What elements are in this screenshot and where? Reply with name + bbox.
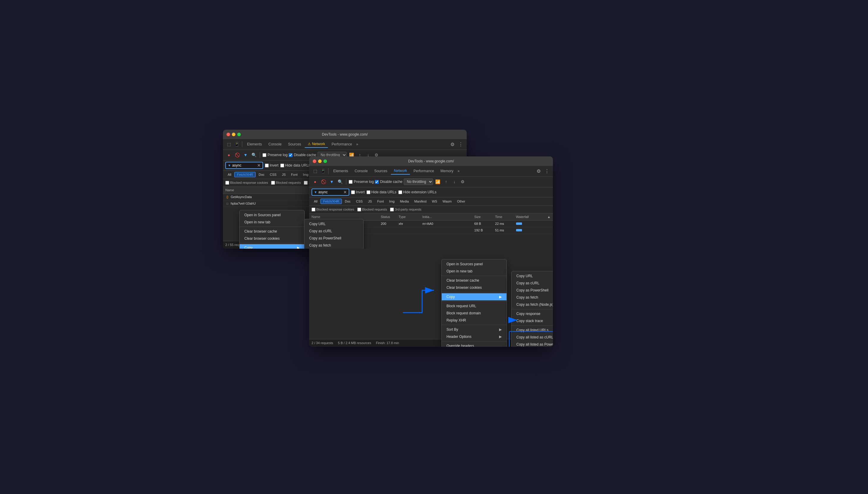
submenu-copy-fetch-1[interactable]: Copy as fetch	[304, 242, 363, 249]
menu-sort-by-2[interactable]: Sort By ▶	[442, 326, 507, 333]
type-all-1[interactable]: All	[225, 172, 234, 177]
submenu-copy-powershell-2[interactable]: Copy as PowerShell	[512, 287, 553, 294]
search-clear-2[interactable]: ✕	[343, 190, 347, 194]
type-font-2[interactable]: Font	[375, 199, 386, 204]
type-fetchxhr-2[interactable]: Fetch/XHR	[320, 199, 342, 204]
preserve-log-2[interactable]: Preserve log	[349, 179, 374, 184]
menu-block-url-2[interactable]: Block request URL	[442, 302, 507, 310]
download-icon-2[interactable]: ↓	[451, 178, 458, 185]
invert-checkbox-2[interactable]: Invert	[351, 190, 365, 194]
type-manifest-2[interactable]: Manifest	[412, 199, 429, 204]
type-fetchxhr-1[interactable]: Fetch/XHR	[234, 172, 256, 177]
tab-network-2[interactable]: Network	[391, 168, 410, 175]
menu-clear-cookies-1[interactable]: Clear browser cookies	[240, 235, 304, 242]
tab-performance-2[interactable]: Performance	[411, 168, 437, 174]
type-font-1[interactable]: Font	[289, 172, 300, 177]
menu-copy-1[interactable]: Copy ▶	[240, 244, 304, 249]
clear-btn-2[interactable]: 🚫	[320, 178, 327, 185]
device-icon-1[interactable]: 📱	[233, 141, 240, 148]
type-all-2[interactable]: All	[312, 199, 320, 204]
type-css-1[interactable]: CSS	[268, 172, 279, 177]
filter-btn-1[interactable]: ▼	[242, 151, 249, 158]
upload-icon-2[interactable]: ↑	[442, 178, 450, 185]
menu-open-tab-1[interactable]: Open in new tab	[240, 218, 304, 226]
record-btn-2[interactable]: ●	[312, 178, 319, 185]
inspect-icon-1[interactable]: ⬚	[225, 141, 233, 148]
more-icon-1[interactable]: ⋮	[457, 141, 464, 148]
menu-block-domain-2[interactable]: Block request domain	[442, 310, 507, 317]
menu-clear-cache-2[interactable]: Clear browser cache	[442, 277, 507, 284]
invert-checkbox-1[interactable]: Invert	[265, 163, 278, 168]
type-media-2[interactable]: Media	[397, 199, 411, 204]
tab-elements-1[interactable]: Elements	[244, 141, 265, 148]
tab-elements-2[interactable]: Elements	[330, 168, 351, 174]
type-ws-2[interactable]: WS	[430, 199, 440, 204]
maximize-button-2[interactable]	[323, 159, 327, 163]
submenu-copy-all-listed-curl-2[interactable]: Copy all listed as cURL	[512, 334, 553, 341]
submenu-copy-curl-1[interactable]: Copy as cURL	[304, 228, 363, 235]
submenu-copy-fetch-node-2[interactable]: Copy as fetch (Node.js)	[512, 301, 553, 308]
submenu-copy-all-listed-ps-2[interactable]: Copy all listed as PowerShell	[512, 341, 553, 347]
disable-cache-2[interactable]: Disable cache	[375, 179, 402, 184]
search-input-2[interactable]	[318, 190, 342, 194]
wifi-icon-2[interactable]: 📶	[434, 178, 441, 185]
submenu-copy-powershell-1[interactable]: Copy as PowerShell	[304, 235, 363, 242]
search-btn-1[interactable]: 🔍	[250, 151, 257, 158]
type-img-2[interactable]: Img	[387, 199, 397, 204]
menu-clear-cookies-2[interactable]: Clear browser cookies	[442, 284, 507, 291]
minimize-button-2[interactable]	[318, 159, 322, 163]
search-input-1[interactable]	[232, 163, 256, 168]
menu-open-sources-1[interactable]: Open in Sources panel	[240, 211, 304, 218]
maximize-button-1[interactable]	[237, 133, 241, 136]
submenu-copy-response-2[interactable]: Copy response	[512, 310, 553, 317]
hide-data-checkbox-1[interactable]: Hide data URLs	[280, 163, 310, 168]
submenu-copy-url-2[interactable]: Copy URL	[512, 272, 553, 280]
inspect-icon-2[interactable]: ⬚	[312, 168, 319, 175]
search-clear-1[interactable]: ✕	[257, 163, 261, 168]
tab-sources-1[interactable]: Sources	[285, 141, 304, 148]
submenu-copy-url-1[interactable]: Copy URL	[304, 221, 363, 228]
menu-replay-xhr-2[interactable]: Replay XHR	[442, 317, 507, 324]
close-button-1[interactable]	[226, 133, 230, 136]
more-icon-2[interactable]: ⋮	[544, 168, 551, 175]
search-btn-2[interactable]: 🔍	[336, 178, 343, 185]
hide-data-checkbox-2[interactable]: Hide data URLs	[367, 190, 397, 194]
tab-console-2[interactable]: Console	[352, 168, 371, 174]
submenu-copy-stack-2[interactable]: Copy stack trace	[512, 317, 553, 324]
tab-memory-2[interactable]: Memory	[438, 168, 456, 174]
close-button-2[interactable]	[313, 159, 316, 163]
minimize-button-1[interactable]	[232, 133, 235, 136]
menu-clear-cache-1[interactable]: Clear browser cache	[240, 228, 304, 235]
menu-override-headers-2[interactable]: Override headers	[442, 342, 507, 347]
record-btn-1[interactable]: ●	[225, 151, 233, 158]
filter-btn-2[interactable]: ▼	[328, 178, 335, 185]
tab-performance-1[interactable]: Performance	[329, 141, 355, 148]
hide-ext-checkbox-2[interactable]: Hide extension URLs	[398, 190, 437, 194]
type-other-2[interactable]: Other	[454, 199, 468, 204]
menu-open-sources-2[interactable]: Open in Sources panel	[442, 261, 507, 268]
network-settings-icon-2[interactable]: ⚙	[459, 178, 467, 185]
device-icon-2[interactable]: 📱	[319, 168, 327, 175]
clear-btn-1[interactable]: 🚫	[234, 151, 241, 158]
submenu-copy-curl-2[interactable]: Copy as cURL	[512, 280, 553, 287]
submenu-copy-all-listed-urls-2[interactable]: Copy all listed URLs	[512, 326, 553, 334]
settings-icon-1[interactable]: ⚙	[449, 141, 456, 148]
type-doc-2[interactable]: Doc	[342, 199, 353, 204]
type-css-2[interactable]: CSS	[354, 199, 365, 204]
tab-more-1[interactable]: »	[356, 142, 358, 146]
menu-open-tab-2[interactable]: Open in new tab	[442, 268, 507, 275]
type-wasm-2[interactable]: Wasm	[440, 199, 454, 204]
type-doc-1[interactable]: Doc	[256, 172, 267, 177]
preserve-log-1[interactable]: Preserve log	[262, 153, 288, 157]
tab-more-2[interactable]: »	[457, 169, 459, 173]
type-js-2[interactable]: JS	[366, 199, 374, 204]
tab-sources-2[interactable]: Sources	[371, 168, 390, 174]
tab-console-1[interactable]: Console	[265, 141, 284, 148]
settings-icon-2[interactable]: ⚙	[535, 168, 542, 175]
type-js-1[interactable]: JS	[279, 172, 288, 177]
menu-header-options-2[interactable]: Header Options ▶	[442, 333, 507, 340]
tab-network-1[interactable]: Network	[305, 141, 328, 148]
throttle-select-2[interactable]: No throttling	[404, 178, 433, 185]
submenu-copy-fetch-2[interactable]: Copy as fetch	[512, 294, 553, 301]
menu-copy-2[interactable]: Copy ▶	[442, 293, 507, 300]
